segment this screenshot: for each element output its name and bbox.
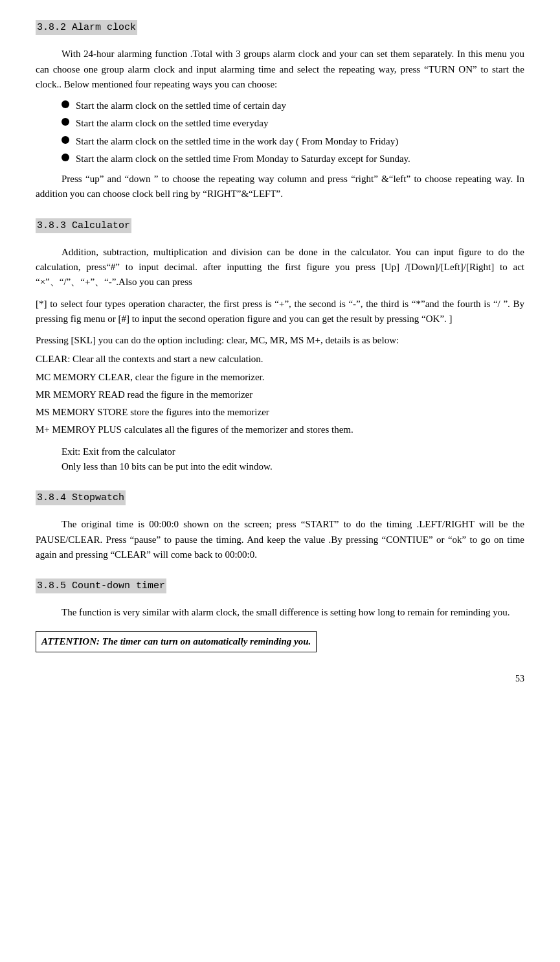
bullet-text: Start the alarm clock on the settled tim…	[76, 134, 398, 149]
section-385-title: 3.8.5 Count-down timer	[36, 578, 166, 593]
line-4: MS MEMORY STORE store the figures into t…	[36, 405, 524, 420]
section-382-bullets: Start the alarm clock on the settled tim…	[62, 98, 524, 166]
section-385: 3.8.5 Count-down timer The function is v…	[36, 578, 524, 652]
section-383-lines: CLEAR: Clear all the contexts and start …	[36, 352, 524, 437]
section-383: 3.8.3 Calculator Addition, subtraction, …	[36, 218, 524, 475]
section-383-exit1: Exit: Exit from the calculator	[36, 444, 524, 459]
section-384: 3.8.4 Stopwatch The original time is 00:…	[36, 490, 524, 562]
bullet-text: Start the alarm clock on the settled tim…	[76, 152, 410, 166]
section-383-heading: 3.8.3 Calculator	[36, 218, 524, 240]
bullet-text: Start the alarm clock on the settled tim…	[76, 116, 268, 131]
bullet-icon	[62, 118, 69, 126]
section-383-title: 3.8.3 Calculator	[36, 218, 131, 233]
section-384-heading: 3.8.4 Stopwatch	[36, 490, 524, 512]
section-382-para2: Press “up” and “down ” to choose the rep…	[36, 172, 524, 202]
list-item: Start the alarm clock on the settled tim…	[62, 98, 524, 113]
section-384-para1: The original time is 00:00:0 shown on th…	[36, 517, 524, 562]
section-383-para2: Pressing [SKL] you can do the option inc…	[36, 333, 524, 348]
bullet-icon	[62, 136, 69, 144]
section-385-para1: The function is very similar with alarm …	[36, 605, 524, 620]
bullet-text: Start the alarm clock on the settled tim…	[76, 98, 286, 113]
list-item: Start the alarm clock on the settled tim…	[62, 152, 524, 166]
section-383-para1: Addition, subtraction, multiplication an…	[36, 245, 524, 290]
list-item: Start the alarm clock on the settled tim…	[62, 116, 524, 131]
bullet-icon	[62, 154, 69, 161]
section-384-title: 3.8.4 Stopwatch	[36, 490, 126, 505]
page-number: 53	[36, 672, 524, 686]
section-383-para1b: [*] to select four types operation chara…	[36, 297, 524, 327]
attention-box: ATTENTION: The timer can turn on automat…	[36, 631, 317, 652]
line-1: CLEAR: Clear all the contexts and start …	[36, 352, 524, 367]
attention-text: ATTENTION: The timer can turn on automat…	[41, 636, 311, 647]
section-385-heading: 3.8.5 Count-down timer	[36, 578, 524, 600]
line-2: MC MEMORY CLEAR, clear the figure in the…	[36, 370, 524, 385]
section-382: 3.8.2 Alarm clock With 24-hour alarming …	[36, 19, 524, 202]
list-item: Start the alarm clock on the settled tim…	[62, 134, 524, 149]
section-382-heading: 3.8.2 Alarm clock	[36, 19, 524, 41]
section-383-exit2: Only less than 10 bits can be put into t…	[36, 459, 524, 474]
page-number-value: 53	[515, 674, 524, 683]
section-382-title: 3.8.2 Alarm clock	[36, 20, 137, 35]
bullet-icon	[62, 100, 69, 108]
section-382-para1: With 24-hour alarming function .Total wi…	[36, 47, 524, 92]
line-5: M+ MEMROY PLUS calculates all the figure…	[36, 422, 524, 437]
line-3: MR MEMORY READ read the figure in the me…	[36, 387, 524, 402]
